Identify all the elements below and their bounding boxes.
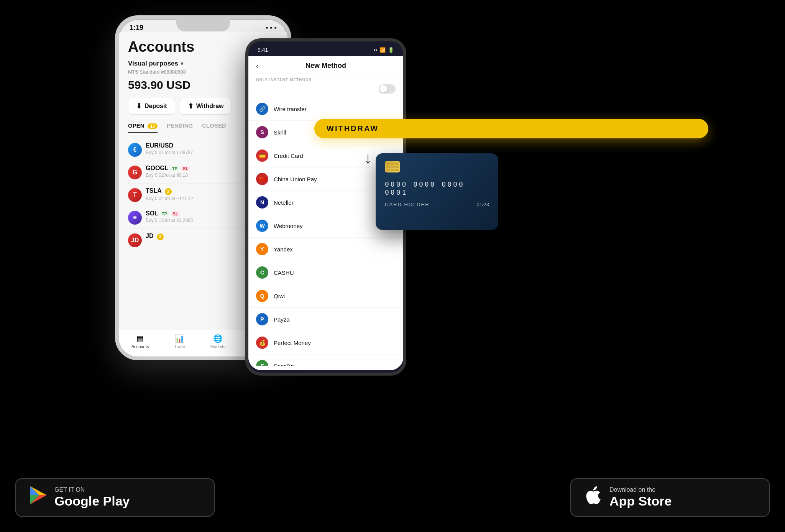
trade-sub-eurusd: Buy 0.01 lot at 1.08787 — [146, 150, 193, 155]
tab-open[interactable]: OPEN 13 — [128, 122, 158, 133]
method-payza[interactable]: P Payza — [248, 308, 403, 331]
card-holder: CARD HOLDER — [385, 202, 430, 207]
withdraw-icon: ⬆ — [188, 102, 194, 110]
perfect-money-icon: 💰 — [256, 337, 268, 349]
google-play-badge[interactable]: GET IT ON Google Play — [15, 478, 215, 517]
card-bottom: CARD HOLDER 01/23 — [385, 202, 489, 207]
nav-markets[interactable]: 🌐 Markets — [210, 334, 225, 349]
webmoney-icon: W — [256, 220, 268, 232]
china-union-pay-icon: 🇨🇳 — [256, 173, 268, 185]
qiwi-icon: Q — [256, 290, 268, 302]
trade-name-jd: JD 2 — [146, 233, 164, 240]
method-wire-transfer[interactable]: 🔗 Wire transfer — [248, 97, 403, 121]
phone-notch — [176, 19, 230, 31]
trade-icon-tsla: T — [128, 188, 142, 202]
google-play-top-text: GET IT ON — [54, 486, 130, 493]
status-icons-right: ▪▪📶🔋 — [374, 47, 394, 53]
trade-icon-eurusd: € — [128, 143, 142, 157]
method-qiwi[interactable]: Q Qiwi — [248, 284, 403, 308]
method-perfect-money[interactable]: 💰 Perfect Money — [248, 331, 403, 355]
withdraw-button[interactable]: ⬆ Withdraw — [180, 98, 232, 115]
card-expiry: 01/23 — [476, 202, 489, 207]
status-bar-right: 9:41 ▪▪📶🔋 — [248, 41, 403, 56]
trade-sub-tsla: Buy 0.04 lot at ~127.42 — [146, 196, 193, 201]
tab-pending[interactable]: PENDING — [167, 122, 193, 133]
trade-icon-jd: JD — [128, 233, 142, 247]
toggle-row — [248, 84, 403, 97]
deposit-button[interactable]: ⬇ Deposit — [128, 98, 175, 115]
apple-icon — [583, 485, 603, 510]
trade-sub-sol: Buy 0.15 lot at 23.2085 — [146, 218, 193, 223]
trade-icon-sol: ≡ — [128, 211, 142, 225]
credit-card-icon: 💳 — [256, 149, 268, 162]
instant-toggle[interactable] — [379, 84, 396, 94]
accounts-nav-icon: ▤ — [136, 334, 144, 343]
trade-name-googl: GOOGL TP SL — [146, 165, 190, 172]
method-yandex[interactable]: Y Yandex — [248, 238, 403, 261]
card-number: 0000 0000 0000 0001 — [385, 180, 489, 196]
neteller-icon: N — [256, 196, 268, 209]
nav-trade[interactable]: 📊 Trade — [174, 334, 185, 349]
withdraw-arrow-icon: ↓ — [364, 149, 659, 167]
cashu-icon: C — [256, 266, 268, 279]
method-cashu[interactable]: C CASHU — [248, 261, 403, 284]
store-badges: GET IT ON Google Play Download on the Ap… — [0, 478, 785, 517]
chevron-down-icon: ▾ — [181, 61, 183, 67]
trade-name-eurusd: EUR/USD — [146, 142, 193, 149]
trade-nav-icon: 📊 — [175, 334, 184, 343]
fasapay-icon: F — [256, 360, 268, 366]
status-icons-left: ▪ ▪ ▪ — [266, 24, 277, 32]
app-store-badge[interactable]: Download on the App Store — [570, 478, 770, 517]
new-method-title: New Method — [256, 62, 396, 70]
yandex-icon: Y — [256, 243, 268, 255]
markets-nav-icon: 🌐 — [213, 334, 223, 343]
trade-sub-googl: Buy 0.02 lot at 99.13 — [146, 172, 190, 178]
trade-name-sol: SOL TP SL — [146, 210, 193, 217]
wire-transfer-icon: 🔗 — [256, 103, 268, 115]
instant-label: ONLY INSTANT METHODS — [248, 74, 403, 84]
app-store-top-text: Download on the — [609, 486, 672, 493]
app-store-main-text: App Store — [609, 493, 672, 509]
new-method-header: ‹ New Method — [248, 56, 403, 74]
google-play-main-text: Google Play — [54, 493, 130, 509]
time-left: 1:19 — [130, 24, 143, 32]
google-play-icon — [28, 485, 48, 510]
time-right: 9:41 — [258, 47, 268, 53]
skrill-icon: S — [256, 126, 268, 138]
tab-closed[interactable]: CLOSED — [202, 122, 226, 133]
deposit-icon: ⬇ — [136, 102, 142, 110]
payza-icon: P — [256, 313, 268, 325]
trade-name-tsla: TSLA 2 — [146, 187, 193, 195]
trade-icon-googl: G — [128, 166, 142, 179]
nav-accounts[interactable]: ▤ Accounts — [131, 334, 149, 349]
method-fasapay[interactable]: F FasaPay — [248, 355, 403, 366]
withdraw-badge: WITHDRAW — [314, 119, 708, 138]
